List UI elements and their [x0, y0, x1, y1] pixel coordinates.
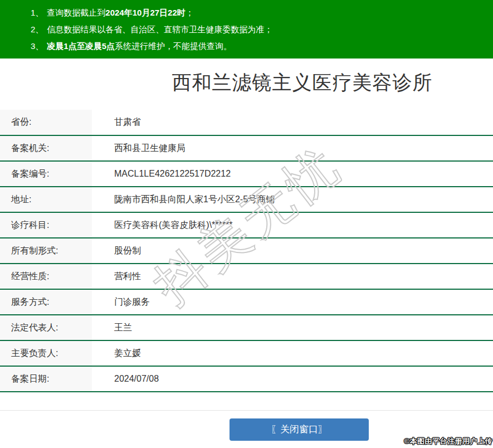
- field-label: 诊疗科目:: [0, 212, 92, 238]
- bottom-divider: [0, 410, 493, 411]
- notice-line-2: 2、信息数据结果以各省、自治区、直辖市卫生健康委数据为准；: [31, 21, 487, 38]
- notice-text-bold: 凌晨1点至凌晨5点: [47, 41, 115, 51]
- table-row-ownership-form: 所有制形式: 股份制: [0, 238, 493, 264]
- notice-text: 查询数据截止到: [47, 8, 105, 17]
- field-value: 陇南市西和县向阳人家1号小区2-5号商铺: [92, 187, 493, 212]
- table-row-filing-authority: 备案机关: 西和县卫生健康局: [0, 135, 493, 161]
- table-row-service-mode: 服务方式: 门诊服务: [0, 289, 493, 315]
- notice-text: ；: [186, 8, 194, 17]
- table-row-legal-representative: 法定代表人: 王兰: [0, 315, 493, 340]
- close-window-button[interactable]: 〖关闭窗口〗: [230, 418, 369, 441]
- registration-info-table: 省份: 甘肃省 备案机关: 西和县卫生健康局 备案编号: MACL1LE4262…: [0, 110, 493, 392]
- field-value: 甘肃省: [92, 110, 493, 135]
- field-value: 王兰: [92, 315, 493, 340]
- field-label: 主要负责人:: [0, 340, 92, 366]
- notice-banner: 1、查询数据截止到2024年10月27日22时； 2、信息数据结果以各省、自治区…: [0, 0, 493, 59]
- notice-text: 信息数据结果以各省、自治区、直辖市卫生健康委数据为准；: [47, 25, 272, 34]
- table-row-filing-number: 备案编号: MACL1LE4262122517D2212: [0, 161, 493, 187]
- table-row-treatment-subjects: 诊疗科目: 医疗美容科(美容皮肤科)\******: [0, 212, 493, 238]
- table-row-filing-date: 备案日期: 2024/07/08: [0, 366, 493, 392]
- field-value: 西和县卫生健康局: [92, 135, 493, 161]
- field-value: 股份制: [92, 238, 493, 264]
- field-label: 备案日期:: [0, 366, 92, 392]
- table-row-main-person-in-charge: 主要负责人: 姜立媛: [0, 340, 493, 366]
- table-row-province: 省份: 甘肃省: [0, 110, 493, 135]
- field-label: 省份:: [0, 110, 92, 135]
- notice-line-number: 2、: [31, 25, 43, 34]
- field-label: 所有制形式:: [0, 238, 92, 264]
- field-label: 地址:: [0, 187, 92, 212]
- notice-line-number: 3、: [31, 41, 43, 51]
- field-value: 医疗美容科(美容皮肤科)\******: [92, 212, 493, 238]
- field-label: 法定代表人:: [0, 315, 92, 340]
- field-label: 备案编号:: [0, 161, 92, 187]
- page-title: 西和兰滤镜主义医疗美容诊所: [0, 70, 493, 96]
- table-row-address: 地址: 陇南市西和县向阳人家1号小区2-5号商铺: [0, 187, 493, 212]
- field-value: 营利性: [92, 264, 493, 289]
- field-label: 备案机关:: [0, 135, 92, 161]
- field-label: 经营性质:: [0, 264, 92, 289]
- field-value: 门诊服务: [92, 289, 493, 315]
- field-value: 姜立媛: [92, 340, 493, 366]
- notice-text-bold: 2024年10月27日22时: [105, 8, 185, 17]
- notice-text: 系统进行维护，不能提供查询。: [115, 41, 232, 51]
- notice-line-1: 1、查询数据截止到2024年10月27日22时；: [31, 4, 487, 21]
- table-row-business-nature: 经营性质: 营利性: [0, 264, 493, 289]
- field-value: MACL1LE4262122517D2212: [92, 161, 493, 187]
- photo-credit-caption: ©本图由平台注册用户上传: [404, 436, 492, 446]
- notice-line-3: 3、凌晨1点至凌晨5点系统进行维护，不能提供查询。: [31, 38, 487, 55]
- field-value: 2024/07/08: [92, 366, 493, 392]
- field-label: 服务方式:: [0, 289, 92, 315]
- notice-line-number: 1、: [31, 8, 43, 17]
